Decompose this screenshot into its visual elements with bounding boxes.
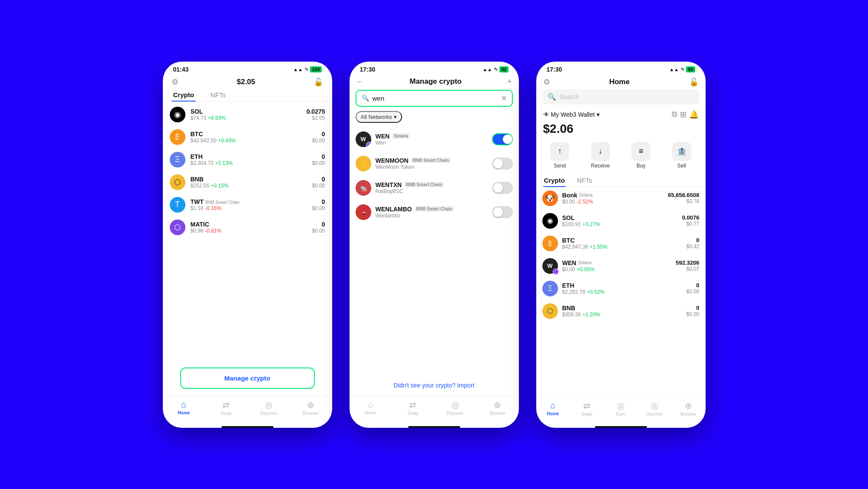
table-row[interactable]: Ξ ETH $2,304.72 +2.13% 0 $0.00 [163,148,332,171]
nav-home-3[interactable]: ⌂ Home [542,400,564,416]
back-icon-2[interactable]: ← [356,77,364,86]
bottom-nav-3: ⌂ Home ⇄ Swap ◎ Earn ◎ Discover ⊕ Browse… [536,397,706,424]
nav-browser-1[interactable]: ⊕ Browser [298,400,324,416]
manage-crypto-button-1[interactable]: Manage crypto [180,368,315,389]
bnb-price-1: $252.55 +0.15% [191,183,307,189]
receive-action-3[interactable]: ↓ Receive [587,142,614,169]
list-item[interactable]: 🐀 WENTXN BNB Smart Chain RatBoyBSC [350,176,519,200]
eth-val-3: $0.00 [686,289,699,295]
table-row[interactable]: ⬡ BNB $309.36 +1.20% 0 $0.00 [536,300,706,322]
table-row[interactable]: ₿ BTC $42,942.50 +0.43% 0 $0.00 [163,126,332,148]
tab-nfts-3[interactable]: NFTs [576,174,593,187]
lock-icon-3[interactable]: 🔓 [689,77,699,87]
search-bar-3[interactable]: 🔍 Search [542,89,700,105]
nav-browser-2[interactable]: ⊕ Browser [485,400,511,416]
wallet-row-3: 👁 My Web3 Wallet ▾ ⧉ ⊞ 🔔 [536,108,706,120]
table-row[interactable]: 🐶 Bonk Solana $0.00 -2.52% 65,656.6508 $… [536,187,706,210]
sol-icon-3: ◉ [542,213,558,229]
wentxn-chain-label-2: BNB Smart Chain [404,182,444,187]
nav-discover-3[interactable]: ◎ Discover [644,400,666,417]
list-item[interactable]: 🌙 WENMOON BNB Smart Chain WenMoon Token [350,151,519,176]
twt-qty-1: 0 [312,198,325,205]
matic-qty-1: 0 [312,221,325,228]
list-item[interactable]: W WEN Solana Wen [350,127,519,151]
copy-icon-3[interactable]: ⧉ [672,110,677,119]
nav-home-2[interactable]: ⌂ Home [357,400,383,415]
clear-icon-2[interactable]: ✕ [501,94,507,102]
nav-swap-2[interactable]: ⇄ Swap [400,400,426,416]
tab-crypto-1[interactable]: Crypto [172,89,196,101]
import-link-2[interactable]: Didn't see your crypto? Import [350,375,519,396]
nav-discover-1[interactable]: ◎ Discover [255,400,281,416]
eth-change-1: +2.13% [215,160,233,166]
home-icon-2: ⌂ [368,400,373,410]
table-row[interactable]: Ξ ETH $2,282.78 +0.52% 0 $0.00 [536,277,706,300]
btc-name-1: BTC [191,131,307,138]
list-item[interactable]: 🚗 WENLAMBO BNB Smart Chain Wenlambo [350,200,519,224]
send-action-3[interactable]: ↑ Send [547,142,573,169]
bnb-info-3: BNB $309.36 +1.20% [562,305,682,318]
settings-icon-3[interactable]: ⚙ [543,77,550,87]
add-icon-2[interactable]: + [507,77,512,86]
sol-name-1: SOL [191,108,301,115]
wen-toggle-2[interactable] [492,133,513,145]
eth-icon-3: Ξ [542,281,558,296]
buy-action-3[interactable]: ≡ Buy [628,142,654,169]
table-row[interactable]: ⬡ MATIC $0.88 -0.81% 0 $0.00 [163,216,332,239]
discover-icon-3: ◎ [651,400,658,411]
browser-label-1: Browser [303,411,319,416]
wifi-icon-1: ∿ [304,66,308,72]
bell-icon-3[interactable]: 🔔 [689,110,699,119]
search-box-2[interactable]: 🔍 wen ✕ [356,90,513,107]
nav-browser-3[interactable]: ⊕ Browser [677,400,700,417]
browser-label-2: Browser [489,411,505,416]
matic-info-1: MATIC $0.88 -0.81% [191,221,307,234]
search-input-2[interactable]: wen [373,95,498,102]
wenmoon-subname-2: WenMoon Token [376,164,488,170]
tab-nfts-1[interactable]: NFTs [209,89,228,101]
status-bar-2: 17:30 ▲▲ ∿ 92 [350,62,519,75]
settings-icon-1[interactable]: ⚙ [172,77,178,87]
btc-icon-1: ₿ [170,129,185,145]
wenlambo-toggle-2[interactable] [492,206,513,218]
table-row[interactable]: ₿ BTC $42,947.36 +1.55% 0 $0.42 [536,232,706,255]
sol-icon-1: ◉ [170,107,185,122]
table-row[interactable]: T TWT BNB Smart Chain $1.18 -0.16% 0 $0.… [163,194,332,216]
home-icon-1: ⌂ [181,400,186,410]
eth-qty-1: 0 [312,153,325,160]
network-filter-2[interactable]: All Networks ▾ [356,111,402,123]
table-row[interactable]: ◉ SOL $74.73 +6.93% 0.0275 $2.05 [163,103,332,126]
twt-info-1: TWT BNB Smart Chain $1.18 -0.16% [191,198,307,211]
search-icon-2: 🔍 [362,95,369,102]
wenmoon-toggle-2[interactable] [492,158,513,170]
sell-action-3[interactable]: 🏦 Sell [669,142,695,169]
wentxn-toggle-2[interactable] [492,182,513,194]
lock-icon-1[interactable]: 🔓 [314,77,323,87]
sol-price-1: $74.73 +6.93% [191,115,301,121]
tabs-3: Crypto NFTs [536,174,706,187]
bnb-name-1: BNB [191,176,307,183]
wifi-icon-3: ∿ [680,66,684,72]
btc-qty-1: 0 [312,131,325,138]
home-icon-3: ⌂ [550,400,555,410]
status-bar-1: 01:43 ▲▲ ∿ 100 [163,62,332,75]
sell-label-3: Sell [677,163,686,169]
wallet-name-3[interactable]: 👁 My Web3 Wallet ▾ [543,111,600,118]
qr-icon-3[interactable]: ⊞ [680,110,686,119]
tab-crypto-3[interactable]: Crypto [543,174,566,187]
nav-home-1[interactable]: ⌂ Home [171,400,197,415]
nav-discover-2[interactable]: ◎ Discover [442,400,468,416]
nav-earn-3[interactable]: ◎ Earn [610,400,632,417]
search-box-wrap-2: 🔍 wen ✕ [350,90,519,111]
status-time-3: 17:30 [547,66,562,73]
earn-icon-3: ◎ [617,400,624,411]
table-row[interactable]: ◉ SOL $100.91 +3.27% 0.0076 $0.77 [536,210,706,232]
wenlambo-chain-label-2: BNB Smart Chain [415,206,454,212]
nav-swap-3[interactable]: ⇄ Swap [576,400,598,417]
page-title-2: Manage crypto [364,77,507,86]
screen-1: ⚙ $2.05 🔓 Crypto NFTs ◉ SOL $74.73 +6.93… [163,75,332,428]
swap-label-2: Swap [407,411,418,416]
table-row[interactable]: W WEN Solana $0.00 +0.05% 592.3206 $0.07 [536,255,706,277]
table-row[interactable]: ⬡ BNB $252.55 +0.15% 0 $0.00 [163,171,332,194]
nav-swap-1[interactable]: ⇄ Swap [213,400,239,416]
